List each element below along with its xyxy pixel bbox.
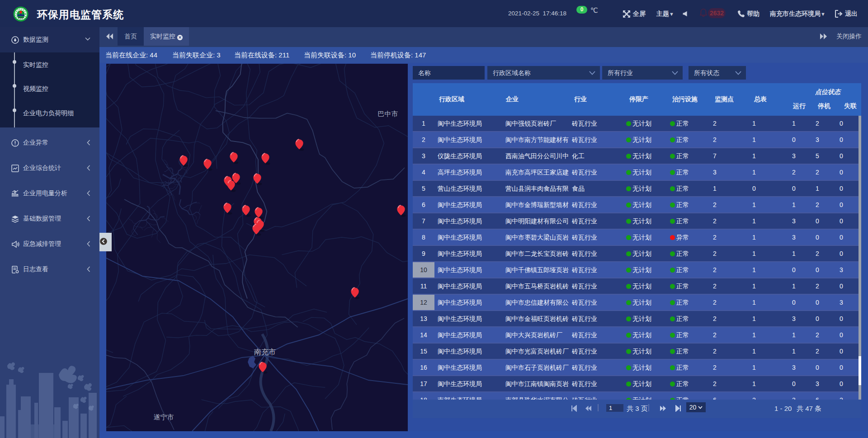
svg-text:遂宁市: 遂宁市 bbox=[154, 413, 174, 421]
svg-text:南充市: 南充市 bbox=[254, 348, 276, 356]
svg-text:巴中市: 巴中市 bbox=[378, 110, 398, 118]
